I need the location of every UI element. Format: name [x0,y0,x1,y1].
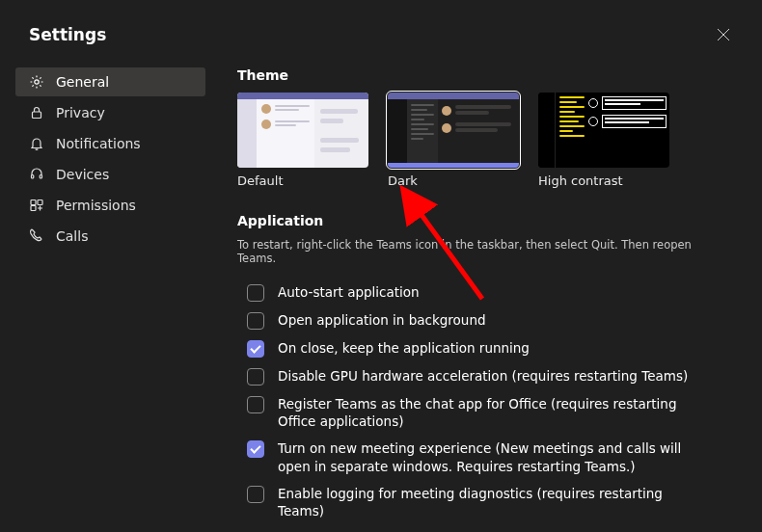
svg-rect-4 [31,200,36,205]
sidebar-item-notifications[interactable]: Notifications [15,129,205,158]
theme-thumb-dark [388,93,519,168]
application-heading: Application [237,213,733,228]
application-helper-text: To restart, right-click the Teams icon i… [237,238,733,265]
permissions-icon [29,198,44,213]
theme-option-default[interactable]: Default [237,93,368,188]
close-button[interactable] [708,19,739,50]
sidebar-item-permissions[interactable]: Permissions [15,191,205,220]
checkbox-label: Auto-start application [278,283,420,301]
theme-thumb-default [237,93,368,168]
sidebar-item-label: Notifications [56,136,141,151]
application-options: Auto-start application Open application … [237,279,733,524]
sidebar-item-label: Privacy [56,105,105,120]
bell-icon [29,136,44,151]
svg-rect-6 [31,206,36,211]
svg-rect-1 [33,112,41,119]
checkbox-label: Disable GPU hardware acceleration (requi… [278,367,688,385]
lock-icon [29,105,44,120]
theme-option-high-contrast[interactable]: High contrast [538,93,669,188]
gear-icon [29,74,44,90]
checkbox[interactable] [247,340,264,358]
theme-option-dark[interactable]: Dark [388,93,519,188]
sidebar-item-label: General [56,74,109,90]
theme-label: High contrast [538,173,669,188]
checkbox-label: Open application in background [278,311,486,329]
checkbox-label: Enable logging for meeting diagnostics (… [278,485,693,519]
sidebar-item-general[interactable]: General [15,67,205,96]
option-onclose[interactable]: On close, keep the application running [247,334,733,362]
theme-label: Default [237,173,368,188]
option-disable-gpu[interactable]: Disable GPU hardware acceleration (requi… [247,362,733,390]
theme-label: Dark [388,173,519,188]
checkbox[interactable] [247,486,264,503]
headset-icon [29,167,44,182]
checkbox-label: Turn on new meeting experience (New meet… [278,439,693,474]
sidebar-item-label: Devices [56,167,109,182]
sidebar-item-calls[interactable]: Calls [15,222,205,251]
phone-icon [29,228,44,244]
svg-rect-3 [40,175,41,179]
checkbox[interactable] [247,312,264,330]
checkbox[interactable] [247,440,264,458]
checkbox[interactable] [247,396,264,413]
svg-point-0 [35,80,39,84]
option-new-meeting[interactable]: Turn on new meeting experience (New meet… [247,435,733,479]
svg-rect-5 [38,200,42,205]
option-register[interactable]: Register Teams as the chat app for Offic… [247,390,733,435]
svg-rect-2 [32,175,34,179]
theme-thumb-high-contrast [538,93,669,168]
option-open-bg[interactable]: Open application in background [247,306,733,334]
sidebar-item-label: Calls [56,228,88,244]
checkbox[interactable] [247,368,264,386]
sidebar-item-label: Permissions [56,198,136,213]
sidebar-item-privacy[interactable]: Privacy [15,98,205,127]
checkbox[interactable] [247,284,264,302]
page-title: Settings [29,25,106,44]
close-icon [717,28,730,41]
option-logging[interactable]: Enable logging for meeting diagnostics (… [247,480,733,524]
checkbox-label: On close, keep the application running [278,339,530,357]
theme-heading: Theme [237,67,733,83]
theme-options: Default [237,93,733,188]
sidebar-item-devices[interactable]: Devices [15,160,205,189]
checkbox-label: Register Teams as the chat app for Offic… [278,395,693,430]
settings-sidebar: General Privacy Notifications Devices Pe [0,60,208,524]
option-autostart[interactable]: Auto-start application [247,279,733,306]
